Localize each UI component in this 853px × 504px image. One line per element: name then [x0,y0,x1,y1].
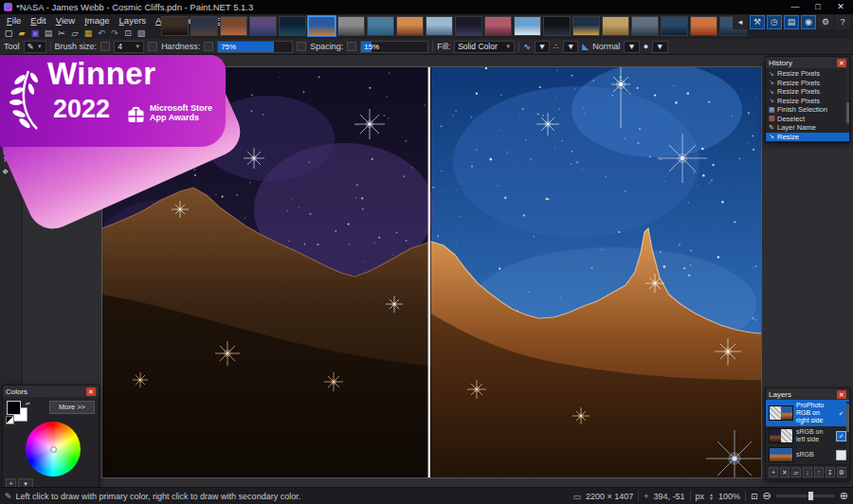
cut-icon[interactable]: ✂ [56,27,67,39]
more-button[interactable]: More >> [49,401,95,414]
layers-close-icon[interactable]: ✕ [837,390,846,399]
image-thumbnail[interactable] [690,16,717,36]
image-thumbnail[interactable] [191,16,218,36]
colors-close-icon[interactable]: ✕ [86,387,96,396]
history-item[interactable]: ▦Finish Selection [766,105,849,115]
crop-icon[interactable]: ⊡ [122,27,134,39]
history-item[interactable]: ↘Resize Pixels [766,97,849,106]
menu-image[interactable]: Image [80,15,114,26]
close-button[interactable]: ✕ [832,1,849,13]
antialiasing-dropdown[interactable]: ▼ [535,41,550,53]
sampling-icon[interactable]: ∴ [554,42,559,51]
collapse-strip-icon[interactable]: ◂ [733,15,748,29]
layers-scrollbar[interactable] [846,402,849,459]
menu-view[interactable]: View [51,15,80,26]
paste-icon[interactable]: ▦ [82,27,94,39]
menu-file[interactable]: File [2,15,26,26]
image-thumbnail[interactable] [308,16,336,36]
hardness-slider[interactable]: 75% [217,41,293,53]
zoom-slider[interactable] [776,495,835,497]
swap-colors-icon[interactable]: ⇄ [26,400,30,406]
image-thumbnail[interactable] [426,16,453,36]
image-thumbnail[interactable] [396,16,424,36]
image-thumbnail[interactable] [484,16,512,36]
color-wheel[interactable] [26,422,81,477]
open-icon[interactable]: ▰ [16,27,27,39]
zoom-in-icon[interactable]: ⊕ [840,490,848,502]
blend-mode-dropdown[interactable]: ▼ [624,41,639,53]
duplicate-layer-button[interactable]: ▱ [791,467,801,477]
history-scrollbar[interactable] [846,61,849,125]
image-thumbnail[interactable] [661,16,688,36]
blend-mode-value[interactable]: Normal [592,42,620,51]
default-colors-icon[interactable] [6,416,14,424]
redo-icon[interactable]: ↷ [109,27,120,39]
undo-icon[interactable]: ↶ [96,27,107,39]
image-thumbnail[interactable] [455,16,482,36]
antialiasing-icon[interactable]: ∿ [523,42,531,51]
spacing-reset-button2[interactable] [347,42,356,51]
history-item[interactable]: ✎Layer Name [766,123,849,133]
add-layer-button[interactable]: + [769,467,778,477]
spacing-slider[interactable]: 15% [360,41,428,53]
menu-edit[interactable]: Edit [26,15,50,26]
layer-row[interactable]: sRGB [766,445,849,464]
history-item[interactable]: ↘Resize Pixels [766,69,849,79]
merge-down-button[interactable]: ↓ [803,467,812,477]
layers-toggle-icon[interactable]: ▤ [784,15,799,29]
image-thumbnail[interactable] [249,16,277,36]
image-thumbnail[interactable] [367,16,394,36]
image-thumbnail[interactable] [602,16,629,36]
layer-row[interactable]: ProPhoto RGB on right side✓ [766,400,849,426]
move-down-button[interactable]: ↧ [826,467,835,477]
image-thumbnail[interactable] [279,16,306,36]
color-swatches[interactable]: ⇄ [6,400,28,421]
brush-size-reset-button[interactable] [100,42,110,51]
menu-layers[interactable]: Layers [115,15,152,26]
copy-icon[interactable]: ▱ [69,27,81,39]
tools-toggle-icon[interactable]: ⚒ [750,15,765,29]
print-icon[interactable]: ▤ [43,27,54,39]
image-thumbnail[interactable] [543,16,571,36]
layer-visibility-checkbox[interactable] [836,450,846,460]
sampling-dropdown[interactable]: ▼ [563,41,578,53]
zoom-out-icon[interactable]: ⊖ [763,490,771,502]
hardness-reset-button[interactable] [148,42,157,51]
help-icon[interactable]: ? [835,15,850,29]
history-item[interactable]: ↘Resize [766,133,849,142]
history-toggle-icon[interactable]: ◷ [767,15,782,29]
image-thumbnail[interactable] [514,16,541,36]
brush-tip-dropdown[interactable]: ▼ [652,41,667,53]
maximize-button[interactable]: □ [809,1,826,13]
new-icon[interactable]: ▢ [3,27,14,39]
history-item[interactable]: ↘Resize Pixels [766,79,849,88]
image-thumbnail[interactable] [161,16,189,36]
fill-style-dropdown[interactable]: Solid Color ▼ [454,41,515,53]
delete-layer-button[interactable]: ✕ [780,467,789,477]
primary-color-swatch[interactable] [7,401,21,415]
history-item[interactable]: ▧Deselect [766,115,849,124]
move-up-button[interactable]: ↑ [814,467,824,477]
layer-properties-button[interactable]: ⚙ [837,467,846,477]
image-thumbnail[interactable] [337,16,365,36]
image-thumbnail[interactable] [220,16,247,36]
active-tool-dropdown[interactable]: ✎ ▼ [24,41,46,53]
minimize-button[interactable]: — [787,1,804,13]
settings-icon[interactable]: ⚙ [818,15,833,29]
brush-tip-icon[interactable]: ● [644,42,648,51]
hardness-reset-button2[interactable] [204,42,213,51]
layer-visibility-checkbox[interactable]: ✓ [836,431,846,441]
image-thumbnail[interactable] [572,16,600,36]
brush-size-input[interactable]: 4 ▼ [114,41,144,53]
layer-row[interactable]: sRGB on left side✓ [766,426,849,445]
units-dropdown[interactable]: px [696,492,705,501]
layer-visibility-checkbox[interactable]: ✓ [836,408,846,419]
units-spinner[interactable]: ▲▼ [709,493,714,500]
save-icon[interactable]: ▣ [29,27,41,39]
deselect-icon[interactable]: ▧ [136,27,147,39]
image-thumbnail[interactable] [631,16,659,36]
zoom-fit-icon[interactable]: ⊡ [751,492,758,501]
colors-toggle-icon[interactable]: ◉ [801,15,816,29]
spacing-reset-button[interactable] [297,42,306,51]
history-close-icon[interactable]: ✕ [837,59,846,67]
